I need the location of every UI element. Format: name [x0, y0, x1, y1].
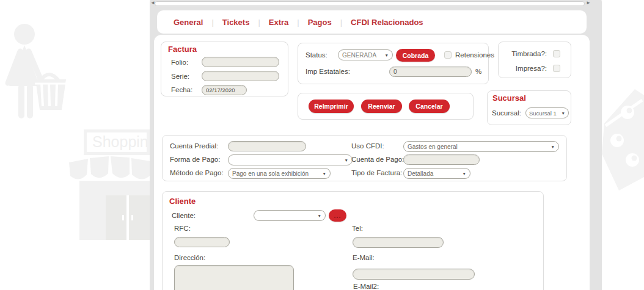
cliente-label: Cliente: [172, 212, 196, 219]
percent-label: % [475, 68, 481, 75]
cuenta-predial-input[interactable] [228, 141, 306, 151]
sucursal-title: Sucursal [492, 93, 526, 103]
tab-general[interactable]: General [174, 18, 203, 27]
cobrada-button[interactable]: Cobrada [396, 49, 435, 62]
email-label: E-Mail: [353, 254, 375, 261]
tab-separator: | [288, 18, 307, 27]
timbrada-checkbox[interactable] [553, 50, 560, 57]
tipo-factura-dropdown-value: Detallada [408, 170, 433, 177]
tel-label: Tel: [352, 225, 363, 232]
reenviar-button[interactable]: Reenviar [361, 100, 402, 113]
folio-input[interactable] [202, 57, 279, 67]
chevron-down-icon: ▼ [318, 214, 321, 218]
chevron-down-icon: ▼ [551, 145, 555, 149]
serie-input[interactable] [202, 71, 279, 81]
forma-pago-label: Forma de Pago: [170, 156, 220, 163]
serie-label: Serie: [171, 73, 189, 80]
tab-separator: | [332, 18, 351, 27]
tipo-factura-dropdown[interactable]: Detallada ▼ [403, 168, 470, 179]
retensiones-label: Retensiones [455, 51, 494, 59]
direccion-label: Dirección: [174, 254, 205, 261]
status-label: Status: [306, 51, 327, 59]
sucursal-dropdown-value: Sucursal 1 [529, 110, 557, 117]
rfc-label: RFC: [174, 225, 191, 232]
email-input[interactable] [353, 269, 475, 280]
storefront-watermark-icon [68, 154, 151, 242]
imp-estatales-label: Imp Estatales: [306, 68, 350, 75]
scroll-right-arrow-icon[interactable]: ► [586, 0, 591, 6]
impresa-label: Impresa?: [503, 65, 547, 72]
cliente-dropdown[interactable]: ▼ [254, 210, 326, 221]
tab-separator: | [249, 18, 268, 27]
uso-cfdi-dropdown-value: Gastos en general [408, 143, 458, 150]
price-tag-watermark-icon [602, 85, 644, 195]
chevron-down-icon: ▼ [562, 111, 565, 115]
factura-title: Factura [168, 45, 197, 54]
retensiones-checkbox[interactable] [444, 51, 452, 59]
status-box [298, 43, 489, 84]
tab-tickets[interactable]: Tickets [222, 18, 250, 27]
chevron-down-icon: ▼ [385, 53, 389, 57]
cuenta-predial-label: Cuenta Predial: [170, 142, 218, 150]
direccion-textarea[interactable] [174, 265, 294, 290]
rfc-input[interactable] [174, 237, 230, 247]
cancelar-button[interactable]: Cancelar [409, 100, 450, 113]
sucursal-label: Sucursal: [492, 109, 521, 117]
shopping-sign-watermark: Shopping [84, 129, 150, 155]
forma-pago-dropdown[interactable]: ▼ [228, 154, 353, 165]
tab-separator: | [203, 18, 222, 27]
metodo-pago-dropdown-value: Pago en una sola exhibición [232, 170, 309, 177]
tab-cfdi-relacionados[interactable]: CFDI Relacionados [351, 18, 423, 27]
tipo-factura-label: Tipo de Factura: [351, 169, 402, 176]
cliente-title: Cliente [169, 197, 196, 206]
app-background: { "colors": { "accent_red": "#c5262c", "… [0, 0, 644, 290]
sucursal-dropdown[interactable]: Sucursal 1 ▼ [525, 107, 569, 118]
cliente-browse-button[interactable]: ... [329, 209, 346, 222]
email2-label: E-Mail2: [353, 283, 379, 290]
tab-extra[interactable]: Extra [269, 18, 289, 27]
chevron-down-icon: ▼ [463, 172, 466, 176]
metodo-pago-dropdown[interactable]: Pago en una sola exhibición ▼ [228, 168, 331, 179]
metodo-pago-label: Método de Pago: [170, 169, 224, 176]
folio-label: Folio: [171, 59, 188, 66]
chevron-down-icon: ▼ [323, 172, 326, 176]
tab-bar: General | Tickets | Extra | Pagos | CFDI… [157, 10, 587, 34]
cuenta-pago-input[interactable] [403, 154, 480, 165]
imp-estatales-input[interactable] [389, 67, 472, 77]
uso-cfdi-label: Uso CFDI: [351, 142, 384, 150]
status-dropdown[interactable]: GENERADA ▼ [338, 49, 393, 60]
shopper-woman-watermark-icon [4, 23, 70, 125]
chevron-down-icon: ▼ [345, 158, 348, 162]
horizontal-scrollbar[interactable] [155, 1, 585, 6]
tab-pagos[interactable]: Pagos [308, 18, 332, 27]
timbrada-label: Timbrada?: [503, 50, 547, 57]
cuenta-pago-label: Cuenta de Pago: [351, 156, 404, 163]
reimprimir-button[interactable]: ReImprimir [309, 100, 354, 113]
uso-cfdi-dropdown[interactable]: Gastos en general ▼ [403, 141, 559, 152]
status-dropdown-value: GENERADA [342, 52, 376, 59]
fecha-label: Fecha: [171, 86, 192, 93]
fecha-input[interactable] [202, 85, 247, 95]
tel-input[interactable] [353, 237, 444, 248]
flags-box [498, 42, 571, 78]
impresa-checkbox[interactable] [553, 65, 560, 72]
